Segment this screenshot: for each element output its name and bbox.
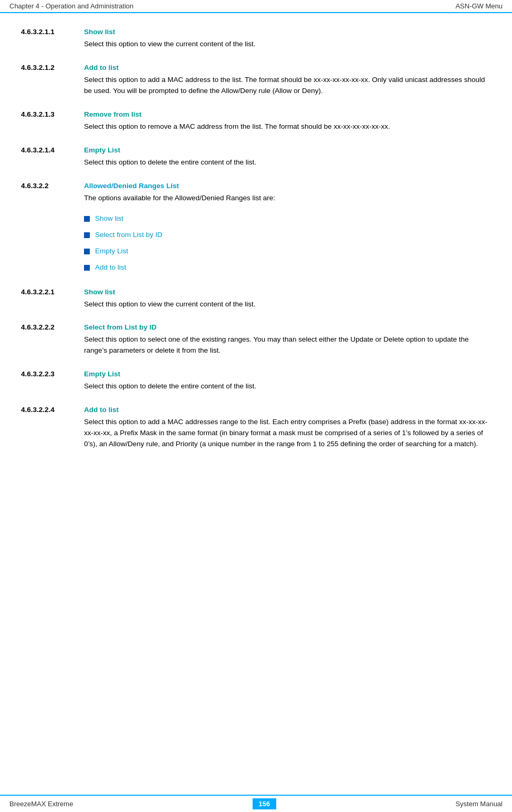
section-number: 4.6.3.2.2 — [21, 182, 84, 190]
section-body-row: Select this option to select one of the … — [21, 334, 491, 356]
list-item: Show list — [84, 214, 162, 222]
body-indent — [21, 299, 84, 310]
section-body-text: Select this option to select one of the … — [84, 334, 491, 356]
body-indent — [21, 121, 84, 132]
main-content: 4.6.3.2.1.1Show listSelect this option t… — [0, 13, 512, 471]
bullet-label: Select from List by ID — [95, 231, 162, 239]
section-body-text: The options available for the Allowed/De… — [84, 193, 275, 204]
section-number: 4.6.3.2.1.3 — [21, 110, 84, 118]
section-heading-row: 4.6.3.2.2.4Add to list — [21, 406, 491, 414]
bullet-label: Show list — [95, 214, 123, 222]
section-number: 4.6.3.2.2.4 — [21, 406, 84, 414]
body-indent — [21, 157, 84, 168]
section-heading-row: 4.6.3.2.1.2Add to list — [21, 64, 491, 71]
top-bar: Chapter 4 - Operation and Administration… — [0, 0, 512, 13]
body-indent — [21, 75, 84, 97]
section-heading-row: 4.6.3.2.1.4Empty List — [21, 146, 491, 154]
body-indent — [21, 193, 84, 204]
bullet-icon — [84, 265, 90, 271]
page-number: 156 — [253, 798, 277, 809]
section-title: ASN-GW Menu — [455, 2, 503, 10]
bottom-bar: BreezeMAX Extreme 156 System Manual — [0, 795, 512, 812]
section-heading-row: 4.6.3.2.1.3Remove from list — [21, 110, 491, 118]
section-title: Show list — [84, 288, 115, 296]
section-heading-row: 4.6.3.2.1.1Show list — [21, 28, 491, 36]
section-heading-row: 4.6.3.2.2Allowed/Denied Ranges List — [21, 182, 491, 190]
section-number: 4.6.3.2.2.1 — [21, 288, 84, 296]
bullet-icon — [84, 249, 90, 254]
section-title: Empty List — [84, 146, 120, 154]
bullet-area: Show listSelect from List by IDEmpty Lis… — [21, 209, 491, 280]
section-title: Show list — [84, 28, 115, 36]
section-body-text: Select this option to remove a MAC addre… — [84, 121, 390, 132]
bullet-list: Show listSelect from List by IDEmpty Lis… — [84, 214, 162, 280]
section-title: Add to list — [84, 406, 119, 414]
section-body-text: Select this option to add a MAC addresse… — [84, 417, 491, 450]
section-number: 4.6.3.2.1.2 — [21, 64, 84, 71]
section-body-row: Select this option to add a MAC addresse… — [21, 417, 491, 450]
list-item: Empty List — [84, 247, 162, 255]
list-item: Select from List by ID — [84, 231, 162, 239]
section-body-text: Select this option to view the current c… — [84, 299, 255, 310]
bullet-icon — [84, 232, 90, 238]
section-body-row: Select this option to remove a MAC addre… — [21, 121, 491, 132]
body-indent — [21, 417, 84, 450]
section-body-text: Select this option to add a MAC address … — [84, 75, 491, 97]
manual-title: System Manual — [455, 800, 503, 808]
section-title: Remove from list — [84, 110, 142, 118]
section-title: Empty List — [84, 370, 120, 378]
section-heading-row: 4.6.3.2.2.2Select from List by ID — [21, 323, 491, 331]
bullet-indent — [21, 209, 84, 280]
section-number: 4.6.3.2.1.4 — [21, 146, 84, 154]
section-body-row: Select this option to delete the entire … — [21, 381, 491, 392]
section-number: 4.6.3.2.2.3 — [21, 370, 84, 378]
list-item: Add to list — [84, 263, 162, 271]
section-heading-row: 4.6.3.2.2.1Show list — [21, 288, 491, 296]
body-indent — [21, 39, 84, 50]
section-body-text: Select this option to delete the entire … — [84, 157, 256, 168]
section-title: Allowed/Denied Ranges List — [84, 182, 179, 190]
section-body-row: Select this option to add a MAC address … — [21, 75, 491, 97]
section-title: Add to list — [84, 64, 119, 71]
body-indent — [21, 334, 84, 356]
bullet-icon — [84, 216, 90, 222]
section-number: 4.6.3.2.1.1 — [21, 28, 84, 36]
section-heading-row: 4.6.3.2.2.3Empty List — [21, 370, 491, 378]
section-title: Select from List by ID — [84, 323, 156, 331]
section-body-row: The options available for the Allowed/De… — [21, 193, 491, 204]
bullet-label: Empty List — [95, 247, 128, 255]
section-body-text: Select this option to delete the entire … — [84, 381, 256, 392]
section-body-row: Select this option to delete the entire … — [21, 157, 491, 168]
section-body-text: Select this option to view the current c… — [84, 39, 255, 50]
bullet-label: Add to list — [95, 263, 126, 271]
section-body-row: Select this option to view the current c… — [21, 299, 491, 310]
chapter-title: Chapter 4 - Operation and Administration — [9, 2, 133, 10]
section-body-row: Select this option to view the current c… — [21, 39, 491, 50]
product-name: BreezeMAX Extreme — [9, 800, 73, 808]
section-number: 4.6.3.2.2.2 — [21, 323, 84, 331]
body-indent — [21, 381, 84, 392]
